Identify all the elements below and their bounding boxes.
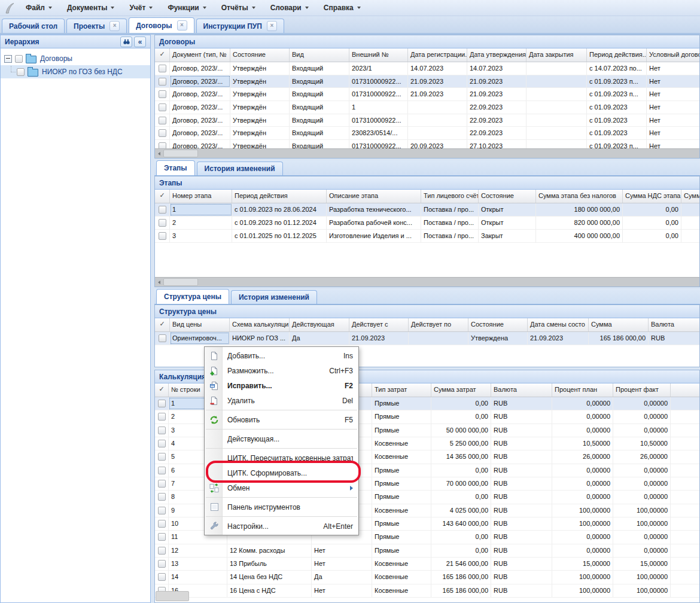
table-row[interactable]: Договор, 2023/...УтверждёнВходящий230823… [155,127,699,140]
scrollbar-thumb[interactable] [163,278,198,286]
horizontal-scrollbar[interactable] [155,148,699,158]
table-row[interactable]: Договор, 2023/...УтверждёнВходящий2023/1… [155,62,699,75]
tab-price-structure[interactable]: Структура цены [156,289,229,304]
select-all-column-header[interactable]: ✓ [155,318,170,331]
search-icon[interactable] [120,36,132,47]
table-row[interactable]: Договор, 2023/...УтверждёнВходящий017310… [155,114,699,127]
menu-item-citk-form[interactable]: ЦИТК. Сформировать... [205,465,358,480]
row-checkbox[interactable] [159,232,166,240]
menu-item-duplicate[interactable]: Размножить...Ctrl+F3 [205,363,358,378]
column-header[interactable]: Схема калькуляци [230,318,290,331]
row-checkbox[interactable] [158,547,166,555]
tab-stages-history[interactable]: История изменений [197,162,283,175]
row-checkbox[interactable] [159,334,166,342]
menubar-item-functions[interactable]: Функции [162,2,211,14]
column-header[interactable]: Внешний № [349,48,408,62]
row-checkbox[interactable] [158,507,166,514]
tab-projects[interactable]: Проекты× [66,19,127,33]
column-header[interactable]: Номер этапа [170,190,232,203]
select-all-column-header[interactable]: ✓ [155,383,169,397]
collapse-expander-icon[interactable] [4,55,12,63]
table-row[interactable]: 3с 01.01.2025 по 01.12.2025Изготовление … [155,230,699,243]
menubar-item-dictionaries[interactable]: Словари [265,2,314,14]
collapse-panel-icon[interactable]: « [134,36,146,47]
menubar-item-help[interactable]: Справка [318,2,366,14]
row-checkbox[interactable] [159,78,166,86]
tree-node-contracts[interactable]: Договоры [1,52,150,65]
column-header[interactable]: Условный догово [647,48,699,62]
column-header[interactable]: Сумма этапа без налогов [536,190,623,203]
column-header[interactable]: Валюта [649,318,699,331]
row-checkbox[interactable] [159,219,166,227]
column-header[interactable]: Период действия.. [587,48,647,62]
column-header[interactable]: Сумма [589,318,649,331]
menu-item-citk-recalc[interactable]: ЦИТК. Пересчитать косвенные затраты... [205,450,358,465]
column-header[interactable]: Сумм [681,190,699,203]
row-checkbox[interactable] [158,480,166,488]
scroll-left-icon[interactable] [155,281,163,284]
table-row[interactable]: Ориентировоч...НИОКР по ГОЗ ...Да21.09.2… [155,332,699,345]
row-checkbox[interactable] [158,493,166,501]
menu-item-add[interactable]: Добавить...Ins [205,348,358,363]
column-header[interactable]: Дата смены состо [528,318,589,331]
tab-pup-instructions[interactable]: Инструкции ПУП× [196,19,284,33]
node-checkbox[interactable] [15,55,23,63]
row-checkbox[interactable] [158,573,166,581]
row-checkbox[interactable] [159,103,166,111]
select-all-column-header[interactable]: ✓ [155,48,170,62]
menu-item-active-price[interactable]: Действующая... [205,431,358,446]
scrollbar-thumb[interactable] [156,591,189,601]
column-header[interactable]: Процент план [552,383,613,397]
row-checkbox[interactable] [159,117,166,124]
close-icon[interactable]: × [109,21,120,31]
tree-node-niokr[interactable]: НИОКР по ГОЗ без НДС [1,65,150,78]
column-header[interactable]: Валюта [491,383,552,397]
table-row[interactable]: 1616 Цена с НДСНетКосвенные165 186 000,0… [155,584,699,598]
column-header[interactable]: Период действия [232,190,327,203]
menubar-item-reports[interactable]: Отчёты [216,2,261,14]
column-header[interactable]: Сумма затрат [431,383,491,397]
menu-item-edit[interactable]: Исправить...F2 [205,378,358,393]
scroll-left-icon[interactable] [155,152,163,156]
row-checkbox[interactable] [158,560,166,568]
close-icon[interactable]: × [267,21,277,31]
column-header[interactable]: Дата утверждения [467,48,526,62]
scrollbar-thumb[interactable] [163,150,198,157]
row-checkbox[interactable] [159,129,166,137]
column-header[interactable] [671,383,699,397]
column-header[interactable]: Дата закрытия [526,48,587,62]
column-header[interactable]: Дата регистрации. [408,48,467,62]
row-checkbox[interactable] [158,413,166,421]
column-header[interactable]: Действующая [290,318,349,331]
table-row[interactable]: Договор, 2023/...УтверждёнВходящий122.09… [155,101,699,114]
table-row[interactable]: 2с 01.09.2023 по 01.12.2024Разработка ра… [155,217,699,230]
tab-desktop[interactable]: Рабочий стол [2,19,65,33]
row-checkbox[interactable] [159,90,166,98]
column-header[interactable]: Состояние [479,190,536,203]
column-header[interactable]: Тип лицевого счёт [421,190,479,203]
row-checkbox[interactable] [158,427,166,434]
table-row[interactable]: 1313 ПрибыльНетКосвенные21 546 000,00RUB… [155,558,699,571]
tab-stages[interactable]: Этапы [156,160,195,175]
row-checkbox[interactable] [158,400,166,407]
tab-price-history[interactable]: История изменений [231,290,317,304]
column-header[interactable]: Состояние [468,318,528,331]
row-checkbox[interactable] [158,440,166,447]
column-header[interactable]: Сумма НДС этапа [623,190,681,203]
menubar-item-documents[interactable]: Документы [62,2,120,14]
menubar-item-accounting[interactable]: Учёт [124,2,158,14]
column-header[interactable]: Вид цены [170,318,230,331]
row-checkbox[interactable] [158,453,166,461]
column-header[interactable]: Действует по [409,318,468,331]
node-checkbox[interactable] [17,68,25,76]
horizontal-scrollbar[interactable] [155,277,699,287]
column-header[interactable]: Тип затрат [372,383,431,397]
column-header[interactable]: Документ (тип, № [170,48,230,62]
column-header[interactable]: Действует с [349,318,409,331]
menu-item-settings[interactable]: Настройки...Alt+Enter [205,519,358,534]
menu-item-delete[interactable]: УдалитьDel [205,393,358,408]
column-header[interactable]: Состояние [230,48,290,62]
row-checkbox[interactable] [158,533,166,541]
close-icon[interactable]: × [177,20,187,31]
column-header[interactable]: Описание этапа [327,190,421,203]
